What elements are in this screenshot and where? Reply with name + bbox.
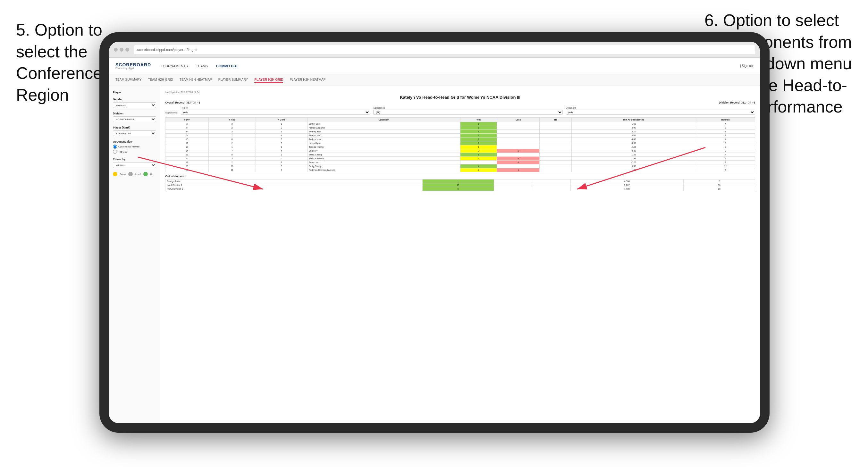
ood-win: 15 — [422, 183, 494, 187]
cell-opponent: Eunice Yi — [308, 149, 461, 153]
filter-region-select[interactable]: (All) — [181, 110, 370, 115]
color-dot-up — [143, 172, 148, 176]
cell-win: 4 — [461, 164, 497, 168]
browser-url: scoreboard.clippd.com/player-h2h-grid — [134, 45, 755, 54]
sidebar-gender-section: Gender Women's — [113, 98, 156, 108]
cell-diff: 4.00 — [571, 137, 696, 142]
sidebar-division-section: Division NCAA Division III — [113, 112, 156, 122]
sub-nav-player-summary[interactable]: PLAYER SUMMARY — [218, 77, 248, 83]
ood-tie — [532, 187, 571, 191]
cell-loss — [497, 153, 540, 157]
color-label-down: Down — [120, 173, 126, 175]
browser-chrome: scoreboard.clippd.com/player-h2h-grid — [109, 42, 760, 58]
table-row: 14 7 4 Eunice Yi 2 2 0.38 9 — [165, 149, 755, 153]
ood-tie — [532, 183, 571, 187]
sidebar-opponent-view-label: Opponent view — [113, 140, 156, 143]
sub-nav-player-h2h-heatmap[interactable]: PLAYER H2H HEATMAP — [289, 77, 326, 83]
overall-record: Overall Record: 353 - 34 - 6 — [165, 101, 200, 104]
cell-loss — [497, 142, 540, 145]
cell-reg: 2 — [209, 142, 255, 145]
sub-nav-player-h2h-grid[interactable]: PLAYER H2H GRID — [254, 77, 283, 83]
cell-win: 1 — [461, 157, 497, 161]
filter-conference-select[interactable]: (All) — [373, 110, 562, 115]
cell-win: 1 — [461, 122, 497, 126]
filter-conference: Conference (All) — [373, 107, 562, 115]
table-row: 20 11 7 Federica Domecq Lacroze 2 1 1.33… — [165, 168, 755, 172]
sub-nav-team-h2h-grid[interactable]: TEAM H2H GRID — [148, 77, 173, 83]
ood-win: 1 — [422, 180, 494, 183]
cell-rounds: 6 — [696, 168, 755, 172]
sidebar-colour-label: Colour by — [113, 158, 156, 161]
table-row: 9 1 4 Sharon Mun 1 3.67 3 — [165, 134, 755, 137]
cell-rounds: 7 — [696, 157, 755, 161]
cell-loss — [497, 134, 540, 137]
cell-opponent: Jessica Huang — [308, 145, 461, 149]
ood-loss — [494, 180, 532, 183]
cell-reg: 11 — [209, 168, 255, 172]
data-table: # Div # Reg # Conf Opponent Win Loss Tie… — [165, 117, 755, 172]
cell-win: 2 — [461, 137, 497, 142]
ood-loss — [494, 183, 532, 187]
cell-opponent: Alexis Sudjianto — [308, 126, 461, 130]
cell-rounds: 3 — [696, 142, 755, 145]
nav-item-tournaments[interactable]: TOURNAMENTS — [161, 62, 188, 69]
record-row: Overall Record: 353 - 34 - 6 Division Re… — [165, 101, 755, 104]
cell-tie — [540, 137, 572, 142]
cell-div: 9 — [165, 134, 209, 137]
cell-tie — [540, 153, 572, 157]
cell-reg: 10 — [209, 164, 255, 168]
cell-conf: 5 — [255, 153, 307, 157]
grid-area: Last Updated: 27/03/2024 14:34 Katelyn V… — [160, 86, 760, 423]
cell-loss — [497, 137, 540, 142]
last-updated: Last Updated: 27/03/2024 14:34 — [165, 91, 755, 94]
cell-conf: 6 — [255, 164, 307, 168]
cell-div: 15 — [165, 153, 209, 157]
sign-out[interactable]: | Sign out — [740, 64, 753, 68]
cell-conf: 1 — [255, 145, 307, 149]
sidebar: Player Gender Women's Division NCAA Divi… — [109, 86, 160, 423]
cell-tie — [540, 145, 572, 149]
table-row: 19 10 6 Emily Chang 4 0.30 11 — [165, 164, 755, 168]
sidebar-division-select[interactable]: NCAA Division III — [113, 116, 156, 122]
cell-diff: 1.25 — [571, 153, 696, 157]
nav-item-teams[interactable]: TEAMS — [196, 62, 208, 69]
cell-win: 1 — [461, 153, 497, 157]
cell-tie — [540, 126, 572, 130]
cell-div: 5 — [165, 126, 209, 130]
cell-opponent: Sydney Kuo — [308, 130, 461, 134]
cell-rounds: 2 — [696, 145, 755, 149]
cell-reg: 8 — [209, 153, 255, 157]
cell-loss: 2 — [497, 157, 540, 161]
cell-tie — [540, 168, 572, 172]
nav-item-committee[interactable]: COMMITTEE — [216, 62, 237, 69]
nav-left: SCOREBOARD Powered by clippd TOURNAMENTS… — [116, 62, 237, 69]
sidebar-colour-select[interactable]: Win/loss — [113, 162, 156, 168]
cell-rounds: 3 — [696, 134, 755, 137]
ood-opponent: NAIA Division 1 — [165, 183, 423, 187]
cell-conf: 3 — [255, 137, 307, 142]
table-row: 15 8 5 Stella Cheng 1 1.25 4 — [165, 153, 755, 157]
cell-opponent: Euna Lee — [308, 161, 461, 164]
ood-row: NAIA Division 1 15 9.267 30 — [165, 183, 755, 187]
cell-div: 11 — [165, 142, 209, 145]
cell-rounds: 9 — [696, 149, 755, 153]
cell-conf: 2 — [255, 126, 307, 130]
ood-opponent: Foreign Team — [165, 180, 423, 183]
sidebar-player-rank-select[interactable]: 8. Katelyn Vo — [113, 130, 156, 136]
sub-nav-team-summary[interactable]: TEAM SUMMARY — [116, 77, 142, 83]
cell-loss — [497, 122, 540, 126]
cell-diff: -3.00 — [571, 145, 696, 149]
sidebar-radio-opponents-played[interactable]: Opponents Played — [113, 145, 156, 149]
sidebar-radio-top100[interactable]: Top 100 — [113, 150, 156, 154]
cell-win: 1 — [461, 134, 497, 137]
filter-opponent-select[interactable]: (All) — [566, 110, 755, 115]
sidebar-gender-select[interactable]: Women's — [113, 102, 156, 108]
sub-nav-team-h2h-heatmap[interactable]: TEAM H2H HEATMAP — [180, 77, 212, 83]
out-of-division-label: Out of division — [165, 175, 755, 178]
col-rounds: Rounds — [696, 118, 755, 122]
cell-div: 10 — [165, 137, 209, 142]
cell-reg: 1 — [209, 134, 255, 137]
cell-diff: 1.33 — [571, 168, 696, 172]
cell-reg: 7 — [209, 149, 255, 153]
cell-diff: -1.00 — [571, 130, 696, 134]
